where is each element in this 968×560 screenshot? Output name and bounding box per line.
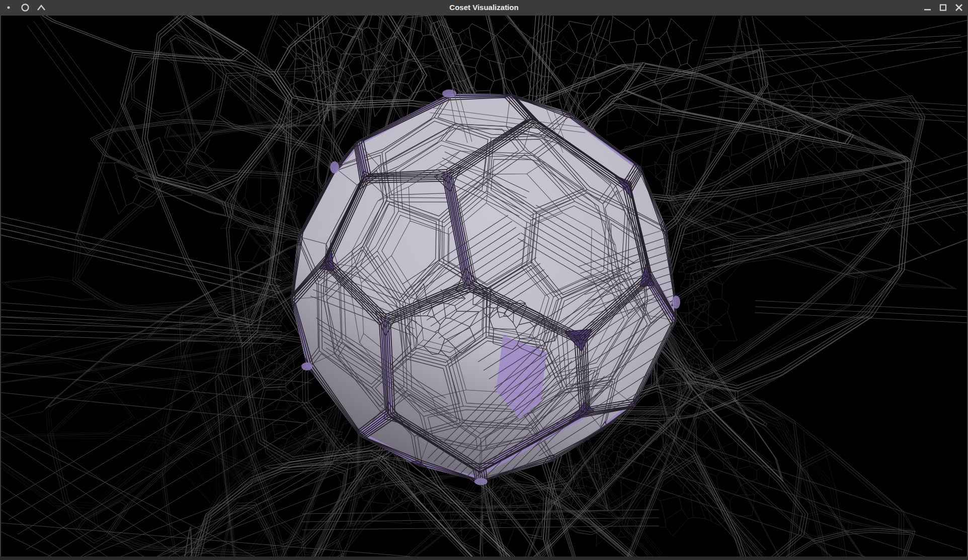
svg-text:Coset Visualization: Coset Visualization <box>449 3 518 12</box>
